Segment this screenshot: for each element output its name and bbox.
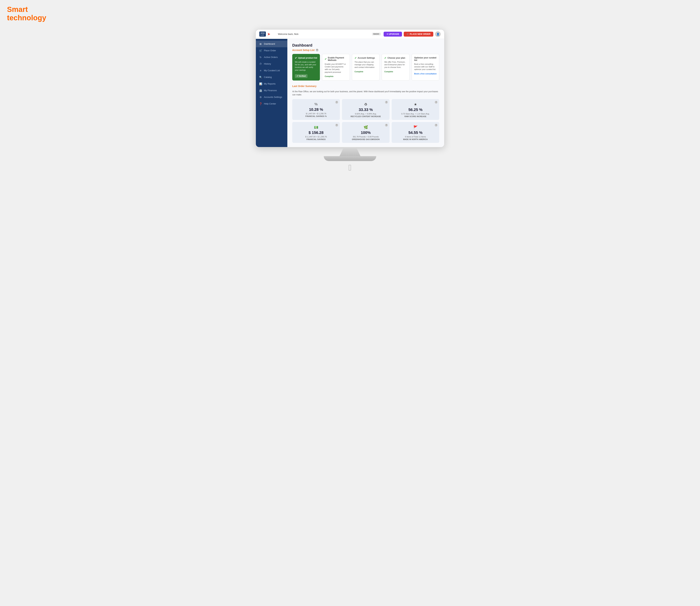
stat-value-6: 54.55 % xyxy=(394,131,437,135)
stat-icon-6: 🚩 xyxy=(394,125,437,130)
sidebar-label-reports: My Reports xyxy=(264,83,275,85)
stat-detail-6: 6 Items of Total 11 Items xyxy=(394,136,437,138)
sidebar-item-active-orders[interactable]: ↻ Active Orders xyxy=(256,54,287,61)
stat-help-4[interactable]: ? xyxy=(335,124,338,126)
setup-card-account-settings: ✔ Account Settings The place that you ca… xyxy=(352,54,380,81)
stat-label-4: FINANCIAL SAVINGS xyxy=(295,138,337,140)
sidebar-label-active-orders: Active Orders xyxy=(264,56,278,59)
complete-text-2: Complete xyxy=(324,75,347,77)
setup-card-optimize-title: Optimize your curated list xyxy=(414,56,437,62)
stat-icon-4: 💵 xyxy=(295,125,337,130)
welcome-text: Welcome back, Nick xyxy=(278,33,369,36)
setup-card-optimize-body: Book a free consulting session with our … xyxy=(414,63,437,71)
user-avatar[interactable]: 👤 xyxy=(435,31,441,37)
stats-grid: ? % 10.28 % $ 1,447.04 + $ 1,290.76 FINA… xyxy=(292,99,439,143)
stat-card-recycled: ? ♻ 33.33 % 6.82% Avg. + 9.09% Avg. RECY… xyxy=(342,99,390,120)
logo-box: SEND1-2-3 xyxy=(259,31,266,37)
stat-card-north-america: ? 🚩 54.55 % 6 Items of Total 11 Items MA… xyxy=(392,122,439,143)
account-setup-help[interactable]: ? xyxy=(316,49,318,51)
setup-card-upload-title: ✔ Upload product list xyxy=(295,56,317,59)
place-order-button[interactable]: 🛒 PLACE NEW ORDER xyxy=(404,32,433,37)
consult-link[interactable]: Book a free consultation xyxy=(414,73,437,75)
sidebar-label-catalog: Catalog xyxy=(264,76,272,78)
page-title: Dashboard xyxy=(292,43,439,48)
last-order-section: Last Order Summary xyxy=(292,85,439,88)
account-setup-section: Account Setup List ? xyxy=(292,49,439,51)
sidebar-label-help: Help Center xyxy=(264,102,276,105)
main-layout: ⊞ Dashboard 🛒 Place Order ↻ Active Order… xyxy=(256,39,444,147)
stat-help-2[interactable]: ? xyxy=(385,101,388,103)
brand-title: Smart technology xyxy=(7,5,693,22)
sidebar-label-curated-list: My Curated List xyxy=(264,69,280,72)
stat-card-greenhouse: ? 🌿 100% 361.78 Pounds + 0.00 Pounds GRE… xyxy=(342,122,390,143)
summary-description: At the Raw Office, we are looking out fo… xyxy=(292,90,439,96)
nav-buttons: ✦ UPGRADE 🛒 PLACE NEW ORDER 👤 xyxy=(384,31,441,37)
stat-detail-2: 6.82% Avg. + 9.09% Avg. xyxy=(344,113,387,115)
sidebar-label-history: History xyxy=(264,63,271,65)
finances-icon: 🏦 xyxy=(259,89,262,92)
active-orders-icon: ↻ xyxy=(259,56,262,59)
check-icon-4: ✔ xyxy=(384,56,386,59)
place-order-icon: 🛒 xyxy=(259,49,262,52)
logo: SEND1-2-3 ➤ xyxy=(259,31,275,37)
stat-card-raw-score: ? ★ 56.25 % 0.73 Stars Avg. + 1.14 Stars… xyxy=(392,99,439,120)
logo-arrow: ➤ xyxy=(267,32,270,37)
stat-help-3[interactable]: ? xyxy=(435,101,437,103)
sidebar-item-help[interactable]: ❓ Help Center xyxy=(256,100,287,107)
sidebar-item-settings[interactable]: ⚙ Accounts Settings xyxy=(256,94,287,100)
stand-base xyxy=(324,156,376,161)
stat-label-2: RECYCLED CONTENT INCREASE xyxy=(344,116,387,117)
monitor-screen: SEND1-2-3 ➤ Welcome back, Nick BASIC ✦ U… xyxy=(256,29,444,147)
content-area: Dashboard Account Setup List ? ✔ Upload … xyxy=(287,39,444,147)
stat-card-financial-savings: ? 💵 $ 156.28 $ 1,1447.04 + $ 1,290.76 FI… xyxy=(292,122,340,143)
stat-label-1: FINANCIAL SAVINGS % xyxy=(295,115,337,117)
dashboard-icon: ⊞ xyxy=(259,43,262,45)
setup-card-payment-body: Enable your ACH/EFT or Credit Card payme… xyxy=(324,63,347,74)
setup-card-plan-body: We offer Free, Premium, and Enterprise p… xyxy=(384,61,407,69)
upgrade-button[interactable]: ✦ UPGRADE xyxy=(384,32,402,37)
complete-text-3: Complete xyxy=(355,71,377,73)
stat-help-1[interactable]: ? xyxy=(335,101,338,103)
reports-icon: 📊 xyxy=(259,83,262,85)
stat-icon-2: ♻ xyxy=(344,102,387,107)
stat-icon-5: 🌿 xyxy=(344,125,387,130)
stat-label-3: RAW SCORE INCREASE xyxy=(394,116,437,117)
sidebar-label-finances: My Finances xyxy=(264,89,277,92)
stat-icon-3: ★ xyxy=(394,102,437,107)
setup-card-payment-title: ✔ Enable Payment Methods xyxy=(324,56,347,62)
stat-detail-3: 0.73 Stars Avg. + 1.14 Stars Avg. xyxy=(394,113,437,115)
help-icon: ❓ xyxy=(259,102,262,105)
monitor-stand xyxy=(324,147,376,161)
stat-help-5[interactable]: ? xyxy=(385,124,388,126)
stat-help-6[interactable]: ? xyxy=(435,124,437,126)
sidebar-label-settings: Accounts Settings xyxy=(264,96,282,98)
sidebar-item-catalog[interactable]: 🔍 Catalog xyxy=(256,74,287,80)
setup-card-account-title: ✔ Account Settings xyxy=(355,56,377,59)
sidebar-item-history[interactable]: ⏱ History xyxy=(256,61,287,67)
settings-icon: ⚙ xyxy=(259,96,262,98)
sidebar-item-reports[interactable]: 📊 My Reports xyxy=(256,80,287,87)
sidebar-item-place-order[interactable]: 🛒 Place Order xyxy=(256,47,287,54)
stat-value-1: 10.28 % xyxy=(295,107,337,112)
sidebar: ⊞ Dashboard 🛒 Place Order ↻ Active Order… xyxy=(256,39,287,147)
stand-neck xyxy=(339,147,361,156)
check-icon: ✔ xyxy=(295,56,297,59)
plan-badge: BASIC xyxy=(372,33,381,36)
stat-detail-1: $ 1,447.04 + $ 1,290.76 xyxy=(295,113,337,115)
setup-card-plan-title: ✔ Choose your plan xyxy=(384,56,407,59)
sidebar-item-dashboard[interactable]: ⊞ Dashboard xyxy=(256,41,287,47)
stat-value-5: 100% xyxy=(344,131,387,135)
stat-value-2: 33.33 % xyxy=(344,108,387,112)
stat-label-6: MADE IN NORTH AMERICA xyxy=(394,138,437,140)
setup-card-payment: ✔ Enable Payment Methods Enable your ACH… xyxy=(322,54,349,81)
stat-icon-1: % xyxy=(295,102,337,106)
verified-badge: ✔ Verified xyxy=(295,74,308,78)
sidebar-item-finances[interactable]: 🏦 My Finances xyxy=(256,87,287,94)
stat-label-5: GREENHOUSE GAS EMISSION xyxy=(344,138,387,140)
setup-card-upload: ✔ Upload product list We will create a c… xyxy=(292,54,320,81)
sidebar-item-curated-list[interactable]: ≡ My Curated List xyxy=(256,67,287,74)
stat-value-4: $ 156.28 xyxy=(295,131,337,135)
stat-card-financial-pct: ? % 10.28 % $ 1,447.04 + $ 1,290.76 FINA… xyxy=(292,99,340,120)
catalog-icon: 🔍 xyxy=(259,76,262,78)
apple-logo:  xyxy=(348,163,352,172)
